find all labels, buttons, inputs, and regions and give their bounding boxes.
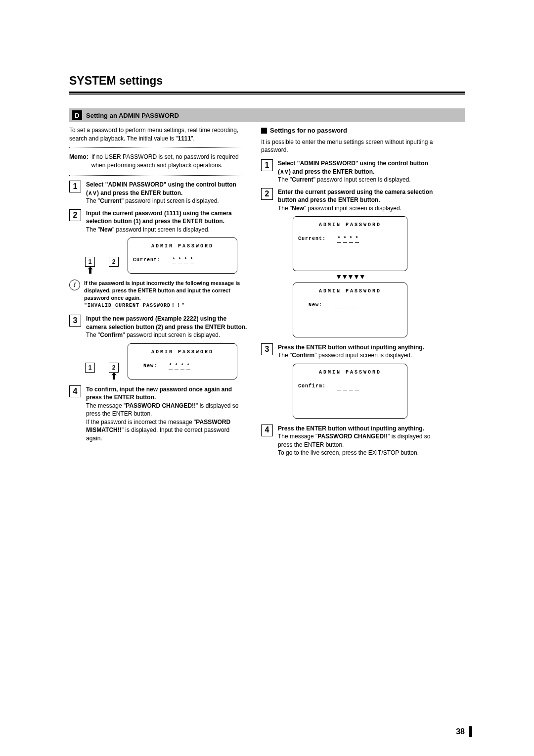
- step-body-text: The "New" password input screen is displ…: [278, 204, 439, 213]
- step-head: Press the ENTER button without inputting…: [278, 343, 439, 352]
- section-header: D Setting an ADMIN PASSWORD: [69, 108, 465, 122]
- step-2: 2 Input the current password (1111) usin…: [69, 209, 247, 234]
- warning-note: ! If the password is input incorrectly t…: [69, 280, 247, 309]
- alert-icon: !: [69, 280, 80, 290]
- note-text-b: "INVALID CURRENT PASSWORD！！": [84, 302, 247, 309]
- up-down-icon: ∧∨: [280, 168, 289, 175]
- page-bar: [469, 726, 472, 737]
- step-4: 4 To confirm, input the new password onc…: [69, 385, 247, 443]
- down-arrows-icon: ▼▼▼▼▼: [335, 272, 364, 282]
- step-body-text: The "Confirm" password input screen is d…: [86, 331, 247, 339]
- step-body-text: The message "PASSWORD CHANGED!!" is disp…: [86, 402, 247, 418]
- step-head: Input the current password (1111) using …: [86, 209, 247, 226]
- step-4: 4 Press the ENTER button without inputti…: [261, 425, 439, 457]
- up-down-icon: ∧∨: [88, 189, 97, 196]
- step-number: 1: [69, 181, 81, 192]
- step-body-text: The message "PASSWORD CHANGED!!" is disp…: [278, 432, 439, 449]
- screen-row-1: 1 ⬆ 2 ADMIN PASSWORD Current: ****: [69, 237, 247, 274]
- page-title: SYSTEM settings: [69, 74, 465, 88]
- note-text-a: If the password is input incorrectly the…: [84, 280, 247, 302]
- intro-text: It is possible to enter the menu setting…: [261, 138, 439, 154]
- step-body-text-2: To go to the live screen, press the EXIT…: [278, 449, 439, 457]
- dotted-separator: [69, 175, 247, 176]
- step-body-text: The "Current" password input screen is d…: [278, 176, 439, 184]
- step-number: 4: [261, 425, 273, 436]
- screen-row-2: 1 2 ⬆ ADMIN PASSWORD New: ****: [69, 343, 247, 379]
- screen-new: ADMIN PASSWORD New:: [293, 283, 407, 337]
- square-marker-icon: [261, 128, 267, 134]
- memo-label: Memo:: [69, 153, 89, 169]
- memo-text: If no USER PASSWORD is set, no password …: [91, 153, 247, 169]
- step-body-text: The "Confirm" password input screen is d…: [278, 351, 439, 360]
- step-1: 1 Select "ADMIN PASSWORD" using the cont…: [69, 181, 247, 205]
- screen-current: ADMIN PASSWORD Current: ****: [293, 216, 407, 271]
- section-label: Setting an ADMIN PASSWORD: [86, 112, 179, 119]
- right-column: Settings for no password It is possible …: [261, 126, 439, 461]
- step-3: 3 Input the new password (Example 2222) …: [69, 315, 247, 339]
- step-head: Press the ENTER button without inputting…: [278, 425, 439, 433]
- dotted-separator: [69, 147, 247, 148]
- step-body-text-2: If the password is incorrect the message…: [86, 418, 247, 443]
- screen-new: ADMIN PASSWORD New: ****: [128, 343, 237, 379]
- screen-confirm: ADMIN PASSWORD Confirm:: [293, 364, 407, 419]
- step-head: Enter the current password using the cam…: [278, 188, 439, 204]
- camera-button-2: 2 ⬆: [109, 363, 119, 379]
- memo: Memo: If no USER PASSWORD is set, no pas…: [69, 153, 247, 169]
- camera-button-1: 1 ⬆: [85, 257, 95, 274]
- camera-button-2: 2: [109, 257, 119, 274]
- left-column: To set a password to perform menu settin…: [69, 126, 247, 461]
- screen-current: ADMIN PASSWORD Current: ****: [128, 237, 237, 274]
- arrow-up-icon: ⬆: [87, 268, 94, 274]
- step-number: 1: [261, 159, 273, 171]
- step-2: 2 Enter the current password using the c…: [261, 188, 439, 213]
- step-number: 3: [261, 343, 273, 355]
- step-body-text: The "New" password input screen is displ…: [86, 226, 247, 234]
- step-head: Select "ADMIN PASSWORD" using the contro…: [86, 181, 247, 197]
- section-letter: D: [72, 110, 82, 120]
- step-head: To confirm, input the new password once …: [86, 385, 247, 402]
- step-number: 3: [69, 315, 81, 327]
- step-number: 4: [69, 385, 81, 397]
- step-head: Select "ADMIN PASSWORD" using the contro…: [278, 159, 439, 176]
- title-rule: [69, 92, 465, 94]
- step-3: 3 Press the ENTER button without inputti…: [261, 343, 439, 360]
- arrow-up-icon: ⬆: [110, 374, 118, 379]
- step-number: 2: [261, 188, 273, 200]
- page-number: 38: [456, 727, 465, 736]
- step-head: Input the new password (Example 2222) us…: [86, 315, 247, 331]
- step-number: 2: [69, 209, 81, 221]
- step-body-text: The "Current" password input screen is d…: [86, 197, 247, 205]
- subheading: Settings for no password: [261, 126, 439, 135]
- step-1: 1 Select "ADMIN PASSWORD" using the cont…: [261, 159, 439, 184]
- camera-button-1: 1: [85, 363, 95, 379]
- intro-text: To set a password to perform menu settin…: [69, 126, 247, 142]
